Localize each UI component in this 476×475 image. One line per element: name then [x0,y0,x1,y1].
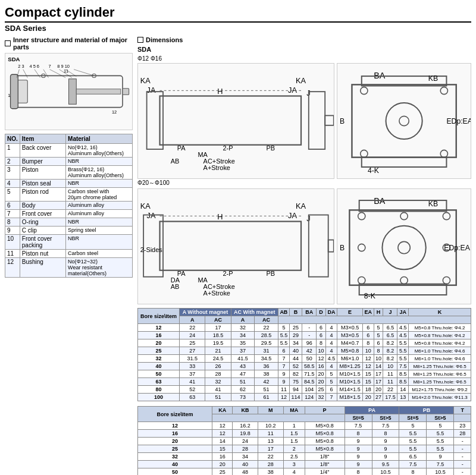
dim-cell: 62 [231,386,255,394]
svg-point-46 [361,87,368,94]
dim-cell-2: 4 [283,468,305,476]
svg-text:2 3: 2 3 [18,64,24,69]
th-a-wm: A [231,316,255,324]
dim-cell-2: 5.5 [427,445,454,453]
dim-cell: 27 [374,394,383,401]
th-t: T [454,407,471,414]
dim-cell-2: 16 [138,430,212,438]
dim-cell: M18×1.5 [337,394,363,401]
svg-rect-8 [69,79,77,105]
parts-row: 2 Bumper NBR [5,158,133,166]
svg-text:KB: KB [428,74,438,83]
svg-text:12: 12 [112,109,117,115]
dim-cell: M8×1.25 [337,363,363,370]
page-title: Compact cylinder [5,5,471,23]
dim-cell: 36 [255,363,278,370]
col-item: Item [20,134,65,144]
dim-cell-2: 5 [427,422,454,430]
svg-text:KB: KB [428,200,438,208]
dim-cell: 11 [383,378,397,386]
svg-text:KA: KA [296,202,306,210]
dim-cell-2: 9 [372,438,399,445]
th-ea: EA [362,309,374,316]
dim-cell-2: 8 [399,468,427,476]
svg-text:H: H [217,212,223,221]
dim-cell: 35 [231,339,255,347]
svg-text:EDp:EA: EDp:EA [444,244,470,252]
dim-cell: 16 [317,363,326,370]
dim-cell: 18.5 [205,332,231,339]
dim-cell: 12 [362,363,374,370]
part-item: Piston rod [20,188,65,202]
dim-cell-2: 32 [138,453,212,461]
part-material: No(Φ12, 16) Aluminum alloy(Others) [66,144,133,158]
part-item: Bushing [20,258,65,278]
dim-cell: 4.5 [397,332,409,339]
part-item: Piston seal [20,180,65,188]
svg-text:AB: AB [171,158,180,165]
dim-cell: M8×1.25 Thru.hole: Φ6.5 [409,378,471,386]
part-item: Front cover [20,210,65,218]
dim-table1-row: 1222173222525-64M3×0.5656.54.5M5×0.8 Thr… [138,324,471,332]
dim-table2-row: 121216.210.21M5×0.87.57.55523 [138,422,471,430]
svg-text:7: 7 [48,64,51,69]
svg-text:JA: JA [288,86,297,95]
part-no: 7 [5,210,20,218]
dim-cell: M3×0.5 [337,324,363,332]
dim-cell-2: 14 [212,438,233,445]
dim-cell-2: 5.5 [399,445,427,453]
dim-cell: 5.5 [278,339,289,347]
dim-cell: 34.5 [255,355,278,363]
dim-cell: 19.5 [205,339,231,347]
dim-cell-2: 1/8" [305,461,345,468]
dim-table2-row: 321634222.51/8"996.59- [138,453,471,461]
dim-cell-2: 48 [233,468,258,476]
dim-cell-2: 22 [258,453,283,461]
th-a-wom: A [180,316,205,324]
dim-cell: 7 [326,394,337,401]
th-da: DA [326,309,337,316]
dim-cell: 17.5 [383,394,397,401]
svg-text:PB: PB [267,270,275,277]
dim-cell: 33 [180,363,205,370]
th-d: D [317,309,326,316]
dim-cell: 29 [289,332,302,339]
dim-cell: 41 [205,386,231,394]
parts-row: 3 Piston Brass(Φ12, 16) Aluminum alloy(O… [5,166,133,180]
svg-rect-31 [309,92,325,149]
svg-text:11: 11 [64,68,68,74]
dim-cell: 51 [231,378,255,386]
dim-cell: 26 [205,363,231,370]
dim-cell: 4 [326,339,337,347]
dim-cell-2: 9 [345,461,372,468]
th-bore-size-2: Bore size\Item [138,407,212,422]
part-no: 4 [5,180,20,188]
parts-row: 9 C clip Spring steel [5,227,133,235]
dim-cell-2: 3 [283,461,305,468]
dim-cell: 28 [205,370,231,378]
th-pb: PB [399,407,454,414]
parts-row: 1 Back cover No(Φ12, 16) Aluminum alloy(… [5,144,133,158]
parts-row: 7 Front cover Aluminum alloy [5,210,133,218]
part-no: 10 [5,235,20,250]
dim-cell-2: 9 [427,453,454,461]
parts-row: 12 Bushing No(Φ12~32) Wear resistant mat… [5,258,133,278]
dim-cell: 8.5 [397,378,409,386]
th-ja: JA [397,309,409,316]
dim-cell-2: 25 [138,445,212,453]
dim-cell: 5 [278,324,289,332]
th-kb: KB [233,407,258,414]
dim-cell: 61 [255,394,278,401]
dim-cell-2: 24 [233,438,258,445]
dim-cell: M5×0.8 Thru.hole: Φ4.2 [409,324,471,332]
svg-text:KA: KA [140,76,151,85]
parts-row: 5 Piston rod Carbon steel with 20μm chro… [5,188,133,202]
dim-cell-2: 16.2 [233,422,258,430]
dim-cell: 18 [362,386,374,394]
dim-cell-2: 1.5 [283,430,305,438]
part-material: NBR [66,235,133,250]
dim-cell: 20 [138,339,180,347]
dim-cell: 5 [326,378,337,386]
dim-cell: 4 [326,324,337,332]
svg-text:4 5 6: 4 5 6 [29,64,39,69]
